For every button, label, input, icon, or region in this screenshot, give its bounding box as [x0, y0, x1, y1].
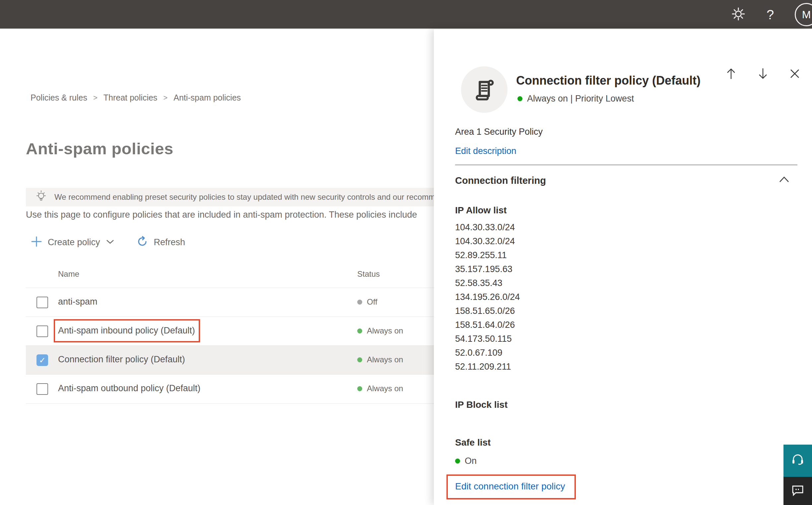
panel-status-line: Always on | Priority Lowest: [518, 94, 634, 104]
arrow-up-icon: [725, 66, 738, 82]
row-checkbox[interactable]: [36, 297, 48, 308]
status-dot-on: [357, 357, 362, 362]
chat-feedback-icon: [790, 483, 805, 499]
breadcrumb-threat-policies[interactable]: Threat policies: [104, 93, 158, 103]
status-dot-on: [357, 386, 362, 391]
banner-text: We recommend enabling preset security po…: [54, 192, 439, 202]
refresh-icon: [136, 235, 149, 249]
checkmark-icon: ✓: [39, 356, 45, 365]
status-dot-on: [455, 459, 460, 464]
policy-name-outbound-default[interactable]: Anti-spam outbound policy (Default): [58, 383, 200, 393]
next-item-button[interactable]: [755, 66, 771, 82]
toolbar: Create policy Refresh: [30, 233, 185, 251]
column-header-name[interactable]: Name: [58, 270, 79, 279]
status-dot-on: [518, 96, 523, 101]
panel-navigation: [723, 66, 803, 82]
scroll-policy-icon: [472, 76, 496, 103]
breadcrumb-anti-spam-policies[interactable]: Anti-spam policies: [174, 93, 241, 103]
policy-name-connection-filter-default[interactable]: Connection filter policy (Default): [58, 354, 185, 365]
top-bar-actions: ? M: [731, 0, 812, 29]
policy-name-anti-spam[interactable]: anti-spam: [58, 297, 97, 307]
status-badge: Off: [357, 297, 378, 307]
top-bar: ? M: [0, 0, 812, 29]
ip-entry: 52.58.35.43: [455, 276, 520, 290]
arrow-down-icon: [756, 66, 770, 82]
ip-entry: 158.51.65.0/26: [455, 304, 520, 318]
ip-entry: 158.51.64.0/26: [455, 318, 520, 332]
support-button[interactable]: [784, 445, 812, 477]
table-row: Anti-spam inbound policy (Default) Alway…: [26, 317, 467, 346]
ip-entry: 54.173.50.115: [455, 332, 520, 346]
status-dot-off: [357, 300, 362, 305]
page-description: Use this page to configure policies that…: [26, 210, 464, 220]
status-dot-on: [357, 328, 362, 333]
lightbulb-icon: [34, 189, 48, 205]
breadcrumb-separator: >: [163, 94, 168, 102]
details-flyout-panel: Connection filter policy (Default) Alway…: [434, 29, 812, 505]
create-policy-label: Create policy: [48, 237, 100, 247]
gear-icon: [731, 7, 746, 23]
table-row: Anti-spam outbound policy (Default) Alwa…: [26, 375, 467, 403]
table-row: anti-spam Off: [26, 288, 467, 317]
account-avatar[interactable]: M: [795, 3, 812, 26]
ip-allow-list-title: IP Allow list: [455, 205, 507, 216]
feedback-button[interactable]: [784, 477, 812, 505]
edit-description-link[interactable]: Edit description: [455, 146, 517, 156]
column-header-status[interactable]: Status: [357, 270, 380, 279]
ip-entry: 35.157.195.63: [455, 262, 520, 276]
chevron-down-icon: [106, 238, 115, 246]
row-checkbox[interactable]: [36, 383, 48, 395]
settings-button[interactable]: [731, 7, 746, 22]
divider: [455, 165, 797, 165]
breadcrumb-separator: >: [93, 94, 97, 102]
ip-entry: 104.30.32.0/24: [455, 234, 520, 248]
row-checkbox-checked[interactable]: ✓: [36, 354, 48, 366]
ip-entry: 134.195.26.0/24: [455, 290, 520, 304]
ip-entry: 104.30.33.0/24: [455, 220, 520, 234]
plus-icon: [30, 235, 42, 249]
edit-connection-filter-policy-link[interactable]: Edit connection filter policy: [455, 481, 565, 492]
chevron-up-icon: [778, 179, 790, 185]
status-badge: Always on: [357, 384, 403, 393]
help-button[interactable]: ?: [763, 7, 778, 22]
close-panel-button[interactable]: [787, 66, 803, 82]
refresh-button[interactable]: Refresh: [136, 235, 185, 249]
recommendation-banner: We recommend enabling preset security po…: [26, 188, 477, 206]
row-checkbox[interactable]: [36, 326, 48, 337]
ip-block-list-title: IP Block list: [455, 399, 508, 410]
close-icon: [788, 67, 801, 81]
table-row-selected: ✓ Connection filter policy (Default) Alw…: [26, 346, 467, 375]
page-title: Anti-spam policies: [26, 139, 174, 158]
help-icon: ?: [767, 7, 774, 22]
previous-item-button[interactable]: [723, 66, 739, 82]
ip-entry: 52.0.67.109: [455, 346, 520, 360]
divider: [26, 403, 467, 404]
table-header: Name Status: [26, 266, 467, 287]
ip-entry: 52.11.209.211: [455, 360, 520, 374]
breadcrumb-policies-rules[interactable]: Policies & rules: [30, 93, 87, 103]
status-badge: Always on: [357, 355, 403, 364]
policy-icon-circle: [461, 66, 508, 113]
breadcrumb: Policies & rules > Threat policies > Ant…: [30, 93, 241, 103]
policy-description: Area 1 Security Policy: [455, 127, 543, 137]
avatar-initial: M: [802, 9, 811, 21]
section-title-connection-filtering: Connection filtering: [455, 175, 546, 186]
safe-list-title: Safe list: [455, 437, 490, 448]
create-policy-button[interactable]: Create policy: [30, 235, 115, 249]
status-badge: Always on: [357, 326, 403, 335]
panel-title: Connection filter policy (Default): [516, 74, 700, 88]
ip-entry: 52.89.255.11: [455, 248, 520, 262]
collapse-section-button[interactable]: [778, 175, 790, 185]
app-root: ? M Policies & rules > Threat policies >…: [0, 0, 812, 505]
ip-allow-list: 104.30.33.0/24 104.30.32.0/24 52.89.255.…: [455, 220, 520, 374]
policy-name-inbound-default[interactable]: Anti-spam inbound policy (Default): [58, 326, 195, 336]
headset-icon: [790, 453, 805, 469]
safe-list-status: On: [455, 456, 477, 466]
refresh-label: Refresh: [154, 237, 185, 247]
